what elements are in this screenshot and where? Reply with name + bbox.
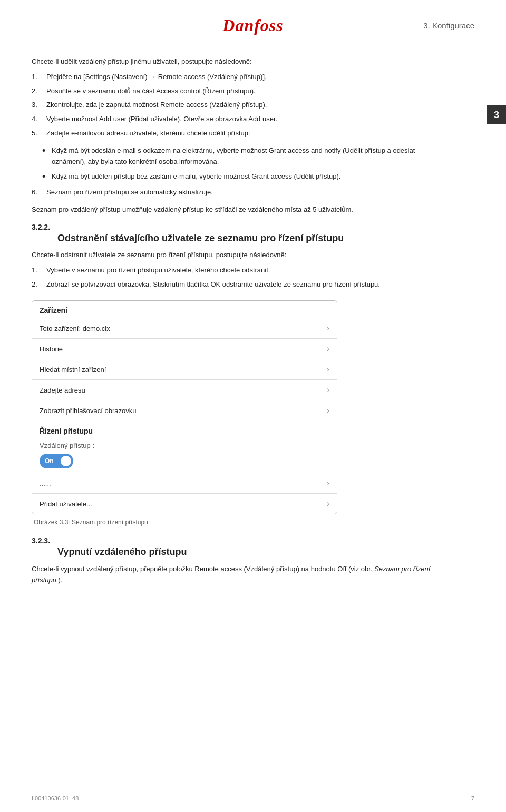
section-322-title: Odstranění stávajícího uživatele ze sezn… — [57, 232, 344, 244]
panel-row-history[interactable]: Historie › — [32, 338, 337, 359]
access-section-title: Řízení přístupu — [32, 422, 337, 437]
bullet-text-2: Když má být udělen přístup bez zaslání e… — [52, 171, 340, 183]
section-323-text-end: ). — [59, 576, 63, 584]
step-text-2: Posuňte se v seznamu dolů na část Access… — [46, 86, 448, 97]
bullet-dot-1: • — [42, 145, 52, 168]
panel-row-device-label: Toto zařízení: demo.clx — [40, 325, 110, 332]
step-text-4: Vyberte možnost Add user (Přidat uživate… — [46, 114, 448, 125]
chevron-right-icon-4: › — [327, 385, 329, 395]
section-322-intro: Chcete-li odstranit uživatele ze seznamu… — [32, 250, 448, 261]
chevron-right-icon-2: › — [327, 344, 329, 354]
bullet-text-1: Když má být odeslán e-mail s odkazem na … — [52, 145, 448, 168]
list-item: 1. Vyberte v seznamu pro řízení přístupu… — [32, 265, 448, 276]
logo-area: Danfoss — [179, 16, 327, 35]
section-323-text-start: Chcete-li vypnout vzdálený přístup, přep… — [32, 565, 373, 573]
panel-row-local-label: Hledat místní zařízení — [40, 366, 106, 374]
steps-list: 1. Přejděte na [Settings (Nastavení) → R… — [32, 72, 448, 139]
s322-step-text-1: Vyberte v seznamu pro řízení přístupu už… — [46, 265, 448, 276]
section-322: 3.2.2. Odstranění stávajícího uživatele … — [32, 223, 448, 290]
toggle-on-label: On — [45, 457, 54, 465]
device-panel: Zařízení Toto zařízení: demo.clx › Histo… — [32, 300, 337, 514]
list-item: 2. Zobrazí se potvrzovací obrazovka. Sti… — [32, 279, 448, 290]
chapter-title: 3. Konfigurace — [327, 16, 474, 30]
chevron-right-icon-3: › — [327, 365, 329, 374]
panel-row-history-label: Historie — [40, 345, 63, 353]
chapter-badge: 3 — [487, 105, 506, 124]
section-323-number: 3.2.3. — [32, 536, 50, 545]
main-content: Chcete-li udělit vzdálený přístup jinému… — [32, 56, 474, 585]
step-num-2: 2. — [32, 86, 46, 97]
bullet-item-2: • Když má být udělen přístup bez zaslání… — [42, 171, 448, 183]
footer-doc-id: L00410636-01_48 — [32, 795, 79, 801]
summary-text: Seznam pro vzdálený přístup umožňuje vzd… — [32, 204, 448, 216]
section-323-title: Vypnutí vzdáleného přístupu — [57, 546, 187, 558]
access-label: Vzdálený přístup : — [40, 442, 94, 449]
s322-step-num-2: 2. — [32, 279, 46, 290]
step-num-1: 1. — [32, 72, 46, 83]
section-323-text: Chcete-li vypnout vzdálený přístup, přep… — [32, 564, 448, 586]
dots-label: ...... — [40, 480, 51, 487]
panel-row-add-user[interactable]: Přidat uživatele... › — [32, 493, 337, 514]
step-num-5: 5. — [32, 128, 46, 139]
panel-row-address-label: Zadejte adresu — [40, 386, 85, 394]
add-user-label: Přidat uživatele... — [40, 500, 92, 508]
step-text-1: Přejděte na [Settings (Nastavení) → Remo… — [46, 72, 448, 83]
toggle-switch[interactable]: On — [40, 454, 73, 468]
list-item: 2. Posuňte se v seznamu dolů na část Acc… — [32, 86, 448, 97]
step-num-4: 4. — [32, 114, 46, 125]
chevron-right-icon-6: › — [327, 478, 329, 488]
step-num-6: 6. — [32, 187, 46, 198]
section-322-number: 3.2.2. — [32, 223, 50, 231]
bullet-list: • Když má být odeslán e-mail s odkazem n… — [42, 145, 448, 183]
list-item: 6. Seznam pro řízení přístupu se automat… — [32, 187, 448, 198]
step-text-6: Seznam pro řízení přístupu se automatick… — [46, 187, 448, 198]
toggle-circle — [61, 456, 71, 466]
s322-step-num-1: 1. — [32, 265, 46, 276]
panel-row-login-label: Zobrazit přihlašovací obrazovku — [40, 407, 137, 415]
s322-step-text-2: Zobrazí se potvrzovací obrazovka. Stiskn… — [46, 279, 448, 290]
steps-list-2: 6. Seznam pro řízení přístupu se automat… — [32, 187, 448, 198]
chevron-right-icon-7: › — [327, 499, 329, 508]
footer: L00410636-01_48 7 — [0, 795, 506, 801]
step-num-3: 3. — [32, 100, 46, 111]
panel-row-local[interactable]: Hledat místní zařízení › — [32, 359, 337, 379]
bullet-item-1: • Když má být odeslán e-mail s odkazem n… — [42, 145, 448, 168]
section-323: 3.2.3. Vypnutí vzdáleného přístupu Chcet… — [32, 536, 448, 585]
section-322-header: 3.2.2. Odstranění stávajícího uživatele … — [32, 223, 448, 250]
footer-page: 7 — [471, 795, 474, 801]
page-wrapper: Danfoss 3. Konfigurace 3 Chcete-li uděli… — [0, 0, 506, 812]
step-text-5: Zadejte e-mailovou adresu uživatele, kte… — [46, 128, 448, 139]
chevron-right-icon-5: › — [327, 406, 329, 415]
list-item: 3. Zkontrolujte, zda je zapnutá možnost … — [32, 100, 448, 111]
panel-row-address[interactable]: Zadejte adresu › — [32, 379, 337, 400]
section-323-header: 3.2.3. Vypnutí vzdáleného přístupu — [32, 536, 448, 563]
toggle-row[interactable]: On — [32, 452, 337, 473]
bullet-dot-2: • — [42, 171, 52, 183]
list-item: 4. Vyberte možnost Add user (Přidat uživ… — [32, 114, 448, 125]
header: Danfoss 3. Konfigurace — [32, 16, 474, 41]
panel-title: Zařízení — [32, 301, 337, 318]
panel-row-device[interactable]: Toto zařízení: demo.clx › — [32, 318, 337, 338]
danfoss-logo: Danfoss — [222, 16, 283, 35]
access-label-row: Vzdálený přístup : — [32, 437, 337, 452]
step-text-3: Zkontrolujte, zda je zapnutá možnost Rem… — [46, 100, 448, 111]
section-322-steps: 1. Vyberte v seznamu pro řízení přístupu… — [32, 265, 448, 290]
intro-text: Chcete-li udělit vzdálený přístup jinému… — [32, 56, 448, 67]
panel-row-dots[interactable]: ...... › — [32, 473, 337, 493]
list-item: 5. Zadejte e-mailovou adresu uživatele, … — [32, 128, 448, 139]
chevron-right-icon-1: › — [327, 324, 329, 333]
panel-row-login[interactable]: Zobrazit přihlašovací obrazovku › — [32, 400, 337, 420]
figure-caption: Obrázek 3.3: Seznam pro řízení přístupu — [32, 518, 448, 526]
list-item: 1. Přejděte na [Settings (Nastavení) → R… — [32, 72, 448, 83]
